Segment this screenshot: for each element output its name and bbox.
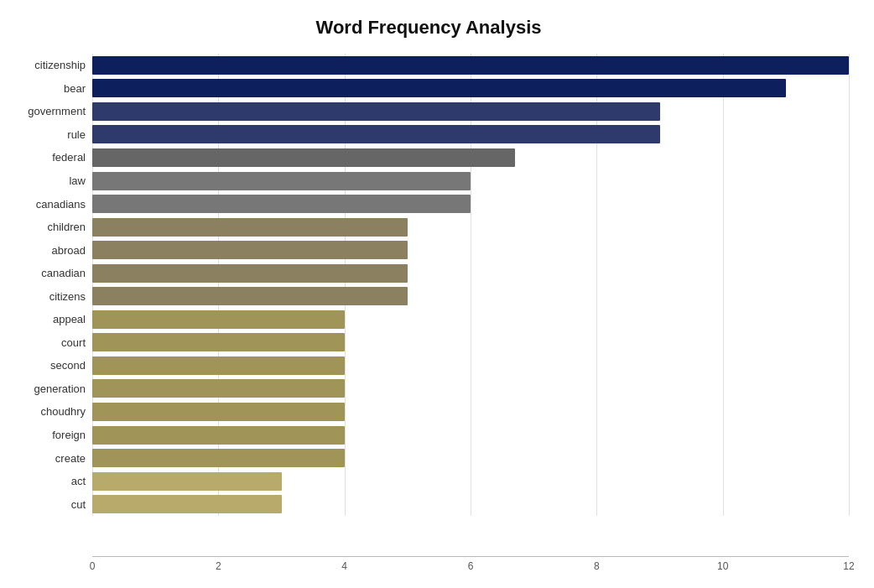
bar [92, 148, 515, 167]
grid-line [849, 54, 850, 516]
y-label: cut [71, 499, 86, 510]
y-label: act [71, 476, 86, 487]
bar-row [92, 101, 849, 122]
bar [92, 356, 345, 375]
full-chart: citizenshipbeargovernmentrulefederallawc… [8, 54, 849, 575]
bar-row [92, 447, 849, 469]
bar-row [92, 77, 849, 99]
bar [92, 125, 660, 143]
bar-row [92, 493, 849, 515]
y-label: appeal [53, 314, 86, 325]
y-label: canadians [36, 199, 86, 210]
bar [92, 495, 282, 513]
bar [92, 472, 282, 491]
x-axis-line [92, 556, 849, 557]
chart-title: Word Frequency Analysis [8, 17, 849, 39]
bar [92, 172, 471, 190]
bar [92, 195, 471, 213]
bar [92, 426, 345, 445]
bar [92, 79, 786, 97]
y-label: court [61, 337, 86, 348]
bar [92, 218, 408, 237]
x-ticks: 024681012 [92, 560, 849, 577]
x-axis-container: 024681012 Frequency [92, 556, 849, 588]
bar-row [92, 355, 849, 377]
y-label: federal [52, 152, 86, 163]
y-label: canadian [41, 268, 86, 278]
bar-row [92, 147, 849, 169]
y-label: second [50, 360, 86, 371]
bar-row [92, 377, 849, 399]
y-label: generation [34, 383, 86, 394]
y-labels: citizenshipbeargovernmentrulefederallawc… [8, 54, 92, 516]
bar [92, 241, 408, 259]
y-label: law [69, 175, 86, 186]
bar-row [92, 263, 849, 284]
y-label: citizenship [34, 60, 86, 70]
bar-row [92, 424, 849, 446]
y-label: abroad [52, 245, 86, 256]
bar [92, 264, 408, 283]
bar-row [92, 401, 849, 423]
bar [92, 333, 345, 351]
y-label: foreign [52, 429, 86, 440]
y-label: create [55, 453, 86, 464]
bar-row [92, 55, 849, 76]
bar-row [92, 331, 849, 353]
bar-row [92, 285, 849, 307]
bar-row [92, 239, 849, 261]
bar-row [92, 309, 849, 330]
y-label: children [47, 221, 86, 232]
bar-row [92, 216, 849, 238]
bar [92, 379, 345, 398]
y-label: citizens [49, 291, 86, 302]
bar-row [92, 471, 849, 492]
bar [92, 102, 660, 121]
y-label: bear [64, 83, 86, 94]
bar [92, 403, 345, 421]
bar [92, 449, 345, 467]
y-label: government [28, 106, 86, 117]
chart-area: citizenshipbeargovernmentrulefederallawc… [8, 54, 849, 516]
chart-container: Word Frequency Analysis citizenshipbearg… [0, 0, 874, 588]
y-label: rule [67, 129, 86, 140]
bar-row [92, 193, 849, 215]
bar [92, 310, 345, 329]
y-label: choudhry [41, 406, 86, 417]
bar [92, 56, 849, 75]
bar-row [92, 123, 849, 145]
bar [92, 287, 408, 305]
bars-and-grid [92, 54, 849, 516]
bar-row [92, 170, 849, 192]
